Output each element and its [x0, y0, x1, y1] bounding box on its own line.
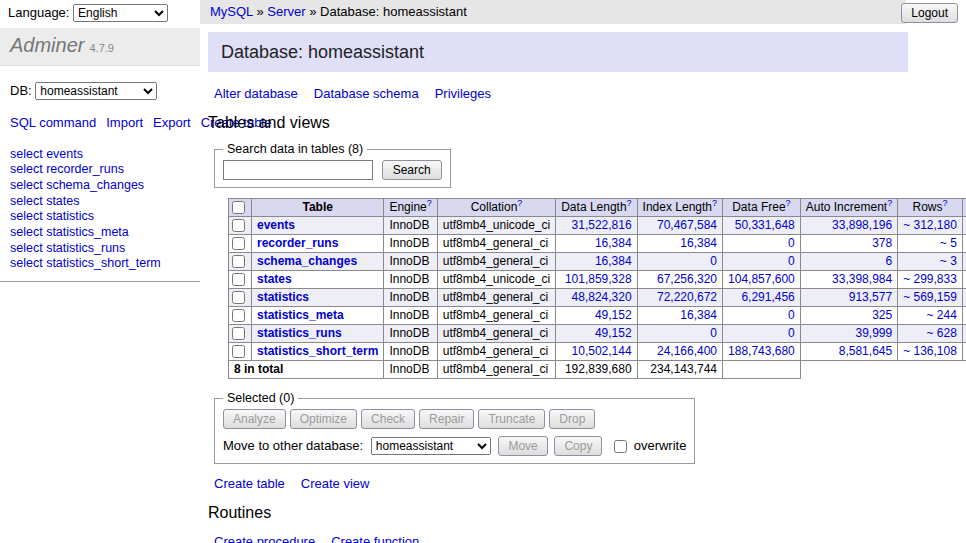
- table-name-link[interactable]: statistics: [257, 290, 309, 304]
- data-length-link[interactable]: 49,152: [595, 308, 632, 322]
- copy-button[interactable]: Copy: [554, 436, 602, 456]
- optimize-button[interactable]: Optimize: [290, 409, 357, 429]
- db-action-database-schema[interactable]: Database schema: [314, 86, 419, 101]
- row-checkbox-cell: [229, 325, 252, 343]
- rows-link[interactable]: ~ 5: [940, 236, 957, 250]
- db-select[interactable]: homeassistant: [35, 82, 157, 100]
- data-free-link[interactable]: 188,743,680: [728, 344, 795, 358]
- row-checkbox[interactable]: [232, 255, 245, 268]
- data-free-link[interactable]: 0: [788, 326, 795, 340]
- auto-increment-link[interactable]: 33,898,196: [832, 218, 892, 232]
- table-name-link[interactable]: statistics_runs: [257, 326, 342, 340]
- help-link[interactable]: ?: [786, 198, 791, 208]
- row-checkbox[interactable]: [232, 219, 245, 232]
- sidebar-table-link-statistics-meta[interactable]: select statistics_meta: [10, 225, 190, 241]
- index-length-link[interactable]: 70,467,584: [657, 218, 717, 232]
- repair-button[interactable]: Repair: [419, 409, 474, 429]
- auto-increment-link[interactable]: 6: [885, 254, 892, 268]
- data-length-link[interactable]: 48,824,320: [572, 290, 632, 304]
- row-checkbox[interactable]: [232, 309, 245, 322]
- data-free-link[interactable]: 6,291,456: [741, 290, 794, 304]
- sidebar-table-link-statistics-runs[interactable]: select statistics_runs: [10, 241, 190, 257]
- auto-increment-link[interactable]: 8,581,645: [839, 344, 892, 358]
- auto-increment-link[interactable]: 378: [872, 236, 892, 250]
- table-name-link[interactable]: states: [257, 272, 292, 286]
- data-free-link[interactable]: 0: [788, 236, 795, 250]
- row-checkbox[interactable]: [232, 237, 245, 250]
- table-name-link[interactable]: events: [257, 218, 295, 232]
- routine-link-create-procedure[interactable]: Create procedure: [214, 534, 315, 543]
- row-checkbox[interactable]: [232, 327, 245, 340]
- index-length-link[interactable]: 67,256,320: [657, 272, 717, 286]
- sidebar-link-export[interactable]: Export: [153, 115, 191, 130]
- help-link[interactable]: ?: [427, 198, 432, 208]
- table-name-link[interactable]: recorder_runs: [257, 236, 338, 250]
- table-name-link[interactable]: statistics_short_term: [257, 344, 378, 358]
- overwrite-checkbox[interactable]: [614, 440, 627, 453]
- breadcrumb-link[interactable]: MySQL: [210, 4, 253, 19]
- sidebar-table-link-recorder-runs[interactable]: select recorder_runs: [10, 162, 190, 178]
- index-length-link[interactable]: 16,384: [680, 236, 717, 250]
- rows-link[interactable]: ~ 136,108: [903, 344, 957, 358]
- help-link[interactable]: ?: [627, 198, 632, 208]
- auto-increment-link[interactable]: 325: [872, 308, 892, 322]
- table-name-link[interactable]: statistics_meta: [257, 308, 344, 322]
- search-input[interactable]: [223, 160, 373, 180]
- row-checkbox[interactable]: [232, 345, 245, 358]
- db-action-alter-database[interactable]: Alter database: [214, 86, 298, 101]
- auto-increment-link[interactable]: 39,999: [855, 326, 892, 340]
- index-length-link[interactable]: 0: [710, 326, 717, 340]
- sidebar-table-link-events[interactable]: select events: [10, 147, 190, 163]
- db-action-privileges[interactable]: Privileges: [435, 86, 491, 101]
- auto-increment-link[interactable]: 33,398,984: [832, 272, 892, 286]
- index-length-link[interactable]: 0: [710, 254, 717, 268]
- data-length-link[interactable]: 101,859,328: [565, 272, 632, 286]
- logout-button[interactable]: Logout: [901, 3, 958, 23]
- routine-link-create-function[interactable]: Create function: [331, 534, 419, 543]
- drop-button[interactable]: Drop: [549, 409, 595, 429]
- row-checkbox[interactable]: [232, 291, 245, 304]
- breadcrumb-link[interactable]: Server: [267, 4, 305, 19]
- select-all-checkbox[interactable]: [232, 201, 245, 214]
- analyze-button[interactable]: Analyze: [223, 409, 286, 429]
- create-link-create-view[interactable]: Create view: [301, 476, 370, 491]
- sidebar-link-import[interactable]: Import: [106, 115, 143, 130]
- data-free-link[interactable]: 0: [788, 308, 795, 322]
- index-length-link[interactable]: 24,166,400: [657, 344, 717, 358]
- auto-increment-link[interactable]: 913,577: [849, 290, 892, 304]
- create-link-create-table[interactable]: Create table: [214, 476, 285, 491]
- row-checkbox[interactable]: [232, 273, 245, 286]
- rows-link[interactable]: ~ 628: [927, 326, 957, 340]
- sidebar-table-link-statistics-short-term[interactable]: select statistics_short_term: [10, 256, 190, 272]
- data-free-link[interactable]: 50,331,648: [735, 218, 795, 232]
- data-free-link[interactable]: 0: [788, 254, 795, 268]
- data-free-link[interactable]: 104,857,600: [728, 272, 795, 286]
- rows-link[interactable]: ~ 569,159: [903, 290, 957, 304]
- data-length-link[interactable]: 49,152: [595, 326, 632, 340]
- move-button[interactable]: Move: [498, 436, 547, 456]
- rows-link[interactable]: ~ 3: [940, 254, 957, 268]
- data-length-link[interactable]: 31,522,816: [572, 218, 632, 232]
- check-button[interactable]: Check: [361, 409, 415, 429]
- move-db-select[interactable]: homeassistant: [371, 437, 491, 455]
- help-link[interactable]: ?: [887, 198, 892, 208]
- help-link[interactable]: ?: [943, 198, 948, 208]
- rows-link[interactable]: ~ 299,833: [903, 272, 957, 286]
- rows-link[interactable]: ~ 312,180: [903, 218, 957, 232]
- language-select[interactable]: English: [73, 4, 168, 22]
- data-length-link[interactable]: 10,502,144: [572, 344, 632, 358]
- data-length-link[interactable]: 16,384: [595, 236, 632, 250]
- help-link[interactable]: ?: [517, 198, 522, 208]
- sidebar-table-link-schema-changes[interactable]: select schema_changes: [10, 178, 190, 194]
- search-button[interactable]: Search: [382, 160, 442, 180]
- index-length-link[interactable]: 72,220,672: [657, 290, 717, 304]
- truncate-button[interactable]: Truncate: [478, 409, 545, 429]
- sidebar-table-link-states[interactable]: select states: [10, 194, 190, 210]
- index-length-link[interactable]: 16,384: [680, 308, 717, 322]
- table-name-link[interactable]: schema_changes: [257, 254, 357, 268]
- sidebar-link-sql-command[interactable]: SQL command: [10, 115, 96, 130]
- data-length-link[interactable]: 16,384: [595, 254, 632, 268]
- rows-link[interactable]: ~ 244: [927, 308, 957, 322]
- sidebar-table-link-statistics[interactable]: select statistics: [10, 209, 190, 225]
- help-link[interactable]: ?: [712, 198, 717, 208]
